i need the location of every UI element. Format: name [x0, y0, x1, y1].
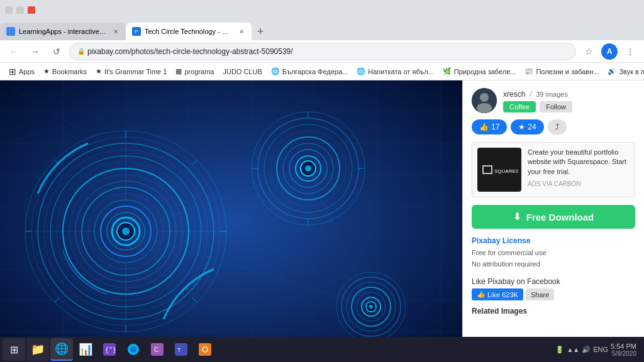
fb-share-button[interactable]: Share — [526, 288, 554, 300]
related-images-title: Related Images — [472, 307, 635, 315]
bookmark-apps[interactable]: ⊞ Apps — [5, 65, 38, 78]
ad-logo: SQUARESPACE — [477, 148, 521, 192]
star-button[interactable]: ★ 24 — [511, 119, 543, 134]
browser2-icon — [127, 343, 140, 356]
tab-pixabay[interactable]: P Tech Circle Technology - Free ph... ✕ — [126, 23, 252, 40]
like-button[interactable]: 👍 17 — [472, 119, 507, 134]
back-button[interactable]: ← — [5, 43, 23, 60]
sound-icon-bk: 🔊 — [608, 67, 616, 75]
code-editor-icon: {"} — [103, 343, 116, 356]
svg-text:{"}: {"} — [105, 346, 116, 353]
system-tray: 🔋 ▲▲ 🔊 ENG 5:54 PM 5/8/2020 — [550, 343, 641, 357]
author-action-buttons: Coffee Follow — [503, 101, 572, 112]
download-icon: ⬇ — [513, 211, 521, 222]
bookmark-polezni[interactable]: 📰 Полезни и забавн... — [521, 66, 602, 77]
profile-circle[interactable]: A — [601, 43, 618, 60]
tab-favicon-2: P — [132, 27, 141, 36]
tray-battery-icon: 🔋 — [555, 346, 564, 354]
taskbar: ⊞ 📁 🌐 📊 {"} C T 🔋 ▲▲ � — [0, 337, 644, 362]
svg-point-76 — [477, 103, 492, 113]
new-tab-button[interactable]: + — [252, 23, 269, 40]
license-section: Pixabay License Free for commercial use … — [472, 236, 635, 270]
bookmark-zvuk[interactable]: 🔊 Звук в презентаци... — [604, 66, 644, 77]
bookmark-bg-fed[interactable]: 🌐 Българска Федера... — [267, 66, 352, 77]
svg-text:SQUARESPACE: SQUARESPACE — [494, 168, 518, 174]
bookmark-bg-fed-label: Българска Федера... — [282, 68, 348, 75]
ad-content: Create your beautiful portfolio website … — [528, 148, 630, 192]
license-title[interactable]: Pixabay License — [472, 236, 635, 245]
taskbar-spreadsheet[interactable]: 📊 — [74, 338, 97, 361]
taskbar-settings[interactable] — [194, 338, 216, 361]
refresh-button[interactable]: ↺ — [48, 43, 65, 60]
taskbar-code-editor[interactable]: {"} — [98, 338, 121, 361]
taskbar-browser2[interactable] — [122, 338, 145, 361]
author-name: xresch — [503, 90, 525, 99]
tab-learningapps[interactable]: LearningApps - interactive and m... ✕ — [0, 23, 126, 40]
teams-icon: T — [175, 343, 187, 356]
bookmark-star-button[interactable]: ☆ — [580, 43, 597, 60]
title-bar — [0, 0, 644, 20]
tray-lang: ENG — [593, 346, 608, 353]
tab-favicon-1 — [6, 27, 15, 36]
bookmark-zvuk-label: Звук в презентаци... — [619, 68, 644, 75]
extensions-button[interactable]: ⋮ — [621, 43, 639, 60]
share-icon: ⤴ — [555, 123, 559, 131]
bookmark-apps-label: Apps — [19, 68, 35, 75]
taskbar-teams[interactable]: T — [170, 338, 192, 361]
bookmark-grammar[interactable]: ★ It's Grammar Time 1 — [92, 66, 170, 77]
start-button[interactable]: ⊞ — [3, 338, 25, 361]
facebook-like-section: Like Pixabay on Facebook 👍 Like 623K Sha… — [472, 277, 635, 300]
taskbar-file-manager[interactable]: 📁 — [26, 338, 49, 361]
url-text: pixabay.com/photos/tech-circle-technolog… — [87, 47, 293, 56]
author-avatar — [472, 88, 497, 113]
svg-point-75 — [480, 93, 489, 102]
bookmark-bookmarks-label: Bookmarks — [52, 68, 87, 75]
url-bar[interactable]: 🔒 pixabay.com/photos/tech-circle-technol… — [69, 43, 576, 60]
page-content: xresch / 39 images Coffee Follow 👍 17 ★ … — [0, 80, 644, 362]
tab-close-1[interactable]: ✕ — [112, 27, 119, 36]
globe-icon-bgfed: 🌐 — [271, 67, 280, 75]
bookmark-polezni-label: Полезни и забавн... — [536, 68, 599, 75]
globe-icon-napitka: 🌐 — [357, 67, 365, 75]
bookmark-napitka[interactable]: 🌐 Напитката от ябъл... — [353, 66, 438, 77]
ad-via: ADS VIA CARBON — [528, 180, 630, 187]
address-bar: ← → ↺ 🔒 pixabay.com/photos/tech-circle-t… — [0, 40, 644, 63]
bookmark-bookmarks[interactable]: ★ Bookmarks — [40, 66, 91, 77]
svg-rect-88 — [199, 343, 211, 356]
fb-thumbs-icon: 👍 — [477, 290, 486, 299]
bookmark-judo-label: JUDO CLUB — [223, 68, 262, 75]
author-image-count: 39 images — [536, 90, 568, 98]
forward-button[interactable]: → — [26, 43, 44, 60]
svg-rect-86 — [175, 343, 187, 356]
tab-close-2[interactable]: ✕ — [238, 27, 245, 36]
ad-box: SQUARESPACE Create your beautiful portfo… — [472, 142, 635, 197]
fb-like-label: Like Pixabay on Facebook — [472, 277, 635, 286]
bookmark-programa-label: programa — [184, 68, 214, 75]
main-image — [0, 80, 462, 362]
apps-icon: ⊞ — [9, 67, 16, 77]
free-download-button[interactable]: ⬇ Free Download — [472, 205, 635, 229]
maximize-button[interactable] — [16, 6, 24, 14]
close-button[interactable] — [28, 6, 35, 14]
author-name-count: xresch / 39 images — [503, 89, 572, 99]
window-controls[interactable] — [5, 6, 35, 14]
tab-label-2: Tech Circle Technology - Free ph... — [145, 28, 233, 35]
fb-like-button[interactable]: 👍 Like 623K — [472, 288, 523, 300]
author-sep: / — [530, 89, 532, 99]
bookmark-grammar-label: It's Grammar Time 1 — [104, 68, 167, 75]
bookmark-prirodna[interactable]: 🌿 Природна забеле... — [439, 66, 520, 77]
taskbar-settings-icon — [199, 343, 211, 356]
taskbar-chrome[interactable]: 🌐 — [50, 338, 73, 361]
bookmark-napitka-label: Напитката от ябъл... — [368, 68, 434, 75]
follow-button[interactable]: Follow — [540, 101, 572, 112]
download-label: Free Download — [526, 212, 594, 222]
share-button[interactable]: ⤴ — [548, 119, 567, 134]
bookmark-programa[interactable]: ▦ programa — [172, 66, 218, 77]
license-line2: No attribution required — [472, 259, 635, 270]
bookmark-judo[interactable]: JUDO CLUB — [219, 67, 265, 77]
minimize-button[interactable] — [5, 6, 13, 14]
coffee-button[interactable]: Coffee — [503, 101, 536, 112]
taskbar-app6[interactable]: C — [146, 338, 169, 361]
svg-text:C: C — [154, 346, 158, 353]
license-line1: Free for commercial use — [472, 248, 635, 259]
